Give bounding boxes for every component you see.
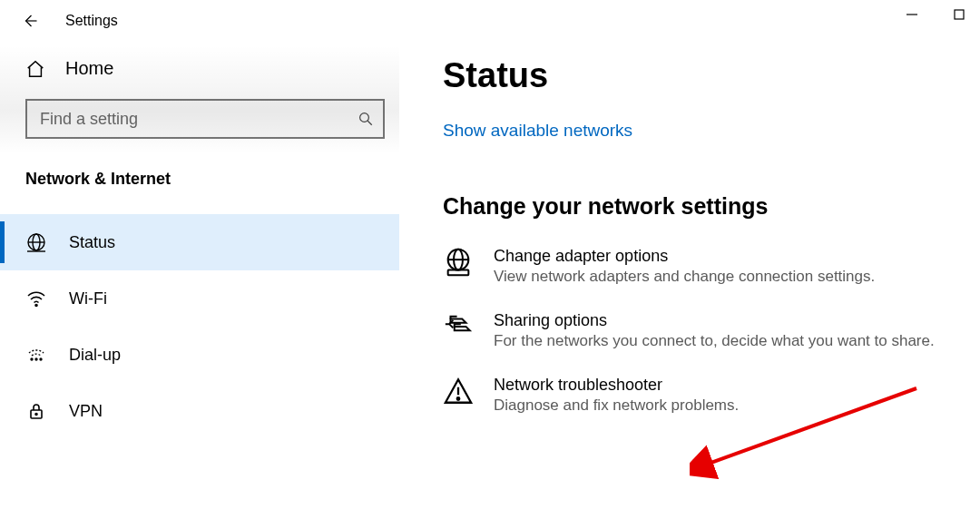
sidebar-item-label: Dial-up <box>69 346 121 365</box>
main-content: Status Show available networks Change yo… <box>399 0 980 509</box>
sidebar-home-label: Home <box>65 58 113 79</box>
sidebar-item-label: Wi-Fi <box>69 289 107 308</box>
search-input[interactable] <box>38 109 358 130</box>
section-title: Change your network settings <box>443 193 962 220</box>
sharing-icon <box>443 311 474 342</box>
sidebar-item-status[interactable]: Status <box>0 214 399 270</box>
svg-rect-17 <box>448 270 469 276</box>
page-title: Status <box>443 56 962 95</box>
option-desc: For the networks you connect to, decide … <box>494 332 935 350</box>
sidebar-item-label: Status <box>69 233 115 252</box>
svg-line-1 <box>368 121 372 125</box>
sidebar-home[interactable]: Home <box>0 42 399 95</box>
search-icon <box>358 111 374 127</box>
option-desc: View network adapters and change connect… <box>494 268 875 286</box>
sidebar-nav: Status Wi-Fi Dial-up VPN <box>0 196 399 439</box>
option-label: Change adapter options <box>494 247 875 266</box>
option-adapter[interactable]: Change adapter options View network adap… <box>443 247 962 286</box>
warning-icon <box>443 376 474 406</box>
option-label: Sharing options <box>494 311 935 330</box>
sidebar-item-wifi[interactable]: Wi-Fi <box>0 270 399 327</box>
option-sharing[interactable]: Sharing options For the networks you con… <box>443 311 962 350</box>
svg-rect-13 <box>955 10 964 19</box>
adapter-icon <box>443 247 474 278</box>
dialup-icon <box>25 344 47 366</box>
search-box[interactable] <box>25 99 385 139</box>
option-desc: Diagnose and fix network problems. <box>494 396 739 415</box>
home-icon <box>25 59 45 79</box>
window-maximize[interactable] <box>947 5 971 24</box>
sidebar-item-dialup[interactable]: Dial-up <box>0 327 399 383</box>
svg-point-0 <box>360 113 369 122</box>
sidebar-category: Network & Internet <box>0 139 399 196</box>
vpn-icon <box>25 400 47 422</box>
link-show-networks[interactable]: Show available networks <box>443 121 632 141</box>
svg-point-7 <box>31 358 33 360</box>
svg-point-6 <box>35 305 37 307</box>
back-icon[interactable] <box>22 13 40 29</box>
globe-icon <box>25 231 47 253</box>
app-title: Settings <box>65 13 118 29</box>
svg-point-8 <box>35 358 37 360</box>
wifi-icon <box>25 288 47 309</box>
option-troubleshooter[interactable]: Network troubleshooter Diagnose and fix … <box>443 376 962 415</box>
svg-point-9 <box>40 358 42 360</box>
window-minimize[interactable] <box>900 5 924 24</box>
sidebar-item-vpn[interactable]: VPN <box>0 383 399 439</box>
titlebar: Settings <box>0 7 399 42</box>
svg-point-19 <box>457 397 460 400</box>
option-label: Network troubleshooter <box>494 376 739 395</box>
svg-point-11 <box>35 414 37 416</box>
settings-sidebar: Settings Home Network & Internet Status <box>0 0 399 509</box>
sidebar-item-label: VPN <box>69 402 103 421</box>
